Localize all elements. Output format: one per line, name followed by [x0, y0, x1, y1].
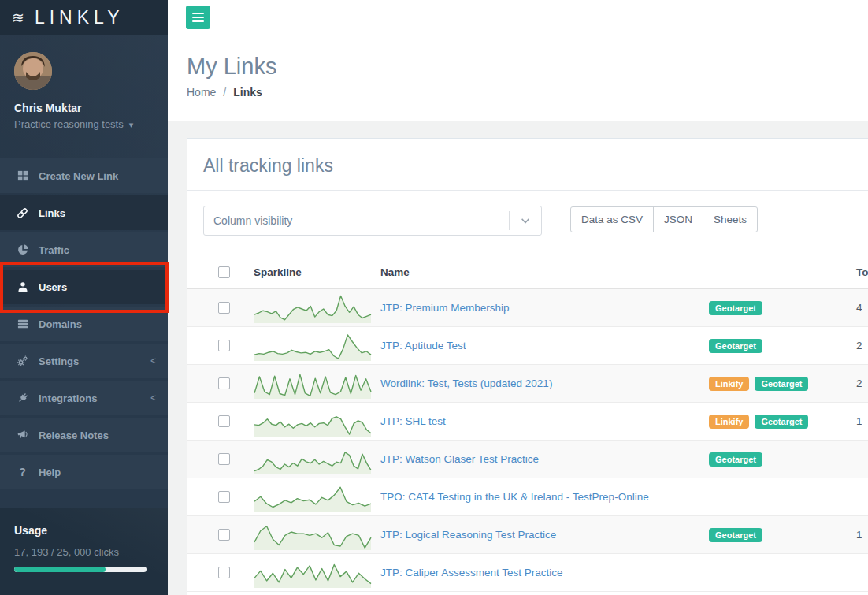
badge-geotarget: Geotarget	[755, 415, 808, 429]
row-checkbox[interactable]	[218, 491, 230, 503]
sidebar-item-label: Links	[39, 207, 65, 219]
hamburger-menu-button[interactable]	[186, 6, 210, 29]
row-checkbox[interactable]	[218, 340, 230, 351]
column-visibility-select[interactable]: Column visibility	[203, 206, 542, 236]
link-name[interactable]: Wordlink: Test, Tests (updated 2021)	[380, 377, 552, 389]
main-content: My Links Home / Links All tracking links…	[168, 0, 868, 595]
select-all-checkbox[interactable]	[218, 266, 230, 278]
table-body: JTP: Premium MembershipGeotarget4JTP: Ap…	[187, 289, 868, 592]
link-name[interactable]: TPO: CAT4 Testing in the UK & Ireland - …	[380, 491, 649, 503]
caret-down-icon: ▾	[127, 120, 134, 129]
panel-title: All tracking links	[203, 139, 852, 177]
chevron-left-icon: <	[150, 392, 156, 403]
breadcrumb: Home / Links	[187, 86, 868, 99]
sparkline-chart	[254, 482, 372, 513]
chevron-left-icon: <	[150, 355, 156, 366]
today-count: 4	[855, 302, 868, 314]
profile-section: Chris Muktar Practice reasoning tests ▾	[0, 35, 168, 130]
page-gutter	[168, 121, 868, 138]
badge-geotarget: Geotarget	[709, 452, 762, 467]
link-name[interactable]: JTP: Logical Reasoning Test Practice	[380, 529, 556, 541]
export-button-sheets[interactable]: Sheets	[703, 206, 758, 232]
row-checkbox[interactable]	[218, 529, 230, 541]
server-icon	[16, 318, 29, 329]
sidebar-item-traffic[interactable]: Traffic	[0, 232, 168, 267]
row-checkbox[interactable]	[218, 377, 230, 389]
link-name[interactable]: JTP: SHL test	[380, 415, 446, 427]
column-header-sparkline: Sparkline	[254, 256, 372, 288]
question-icon: ?	[16, 467, 29, 478]
grid-icon	[16, 170, 29, 181]
breadcrumb-home-link[interactable]: Home	[187, 86, 216, 99]
breadcrumb-separator: /	[223, 86, 226, 99]
breadcrumb-current: Links	[233, 86, 262, 99]
sidebar-item-settings[interactable]: Settings<	[0, 344, 168, 378]
sidebar-item-help[interactable]: ?Help	[0, 455, 168, 489]
sidebar-item-release-notes[interactable]: Release Notes	[0, 418, 168, 452]
links-table: SparklineNameToday JTP: Premium Membersh…	[187, 255, 868, 592]
usage-progress-fill	[14, 567, 106, 572]
table-row: TPO: CAT4 Testing in the UK & Ireland - …	[187, 478, 868, 516]
export-button-group: Data as CSVJSONSheets	[570, 206, 758, 232]
row-checkbox[interactable]	[218, 302, 230, 314]
sidebar-item-label: Help	[39, 467, 61, 478]
sidebar-item-integrations[interactable]: Integrations<	[0, 381, 168, 415]
logo-bar[interactable]: ≋ LINKLY	[0, 0, 168, 35]
sidebar-item-label: Release Notes	[39, 430, 109, 441]
table-row: JTP: SHL testLinkifyGeotarget1	[187, 403, 868, 441]
sidebar: ≋ LINKLY Chris Muktar Practice reasoning…	[0, 0, 168, 595]
link-name[interactable]: JTP: Watson Glaser Test Practice	[380, 453, 539, 465]
usage-section: Usage 17, 193 / 25, 000 clicks	[0, 508, 168, 595]
sidebar-item-links[interactable]: Links	[0, 195, 168, 230]
table-header-row: SparklineNameToday	[187, 255, 868, 289]
tracking-links-panel: All tracking links Column visibility Dat…	[187, 138, 868, 595]
badge-geotarget: Geotarget	[709, 528, 762, 542]
sparkline-chart	[254, 406, 372, 437]
account-dropdown[interactable]: Practice reasoning tests ▾	[14, 118, 154, 130]
badge-linkify: Linkify	[709, 415, 749, 429]
pie-chart-icon	[16, 244, 29, 255]
row-checkbox[interactable]	[218, 453, 230, 465]
sparkline-chart	[254, 330, 372, 362]
usage-stats: 17, 193 / 25, 000 clicks	[14, 546, 154, 558]
link-icon	[16, 207, 29, 219]
user-icon	[16, 281, 29, 292]
usage-title: Usage	[14, 524, 154, 537]
page-header: My Links Home / Links	[168, 43, 868, 121]
table-controls: Column visibility Data as CSVJSONSheets	[203, 206, 852, 236]
table-row: JTP: Caliper Assessment Test Practice	[187, 554, 868, 592]
today-count: 1	[855, 415, 868, 427]
link-name[interactable]: JTP: Caliper Assessment Test Practice	[380, 567, 563, 578]
waves-icon: ≋	[12, 9, 24, 27]
chevron-down-icon	[510, 215, 541, 226]
link-name[interactable]: JTP: Aptitude Test	[380, 340, 466, 351]
table-row: JTP: Logical Reasoning Test PracticeGeot…	[187, 516, 868, 554]
sidebar-item-users[interactable]: Users	[0, 270, 168, 304]
badge-geotarget: Geotarget	[755, 377, 808, 391]
usage-progressbar	[14, 567, 147, 572]
sparkline-chart	[254, 444, 372, 475]
today-count: 1	[855, 529, 868, 541]
export-button-data-as-csv[interactable]: Data as CSV	[570, 206, 654, 232]
panel-divider	[187, 190, 868, 191]
link-name[interactable]: JTP: Premium Membership	[380, 302, 510, 314]
megaphone-icon	[16, 430, 29, 441]
sidebar-item-create-new-link[interactable]: Create New Link	[0, 158, 168, 193]
sidebar-item-label: Create New Link	[39, 170, 118, 182]
sparkline-chart	[254, 368, 372, 400]
page-title: My Links	[187, 54, 868, 80]
sparkline-chart	[254, 292, 372, 324]
sidebar-item-label: Settings	[39, 355, 79, 367]
sidebar-item-domains[interactable]: Domains	[0, 307, 168, 341]
profile-name: Chris Muktar	[14, 102, 154, 114]
app-logo-text: LINKLY	[35, 7, 124, 28]
sidebar-item-label: Domains	[39, 318, 82, 330]
row-checkbox[interactable]	[218, 567, 230, 578]
badge-geotarget: Geotarget	[709, 339, 762, 353]
column-visibility-label: Column visibility	[213, 214, 292, 227]
today-count: 2	[855, 377, 868, 389]
column-header-name: Name	[380, 266, 709, 278]
row-checkbox[interactable]	[218, 415, 230, 427]
sidebar-item-label: Users	[39, 281, 67, 293]
export-button-json[interactable]: JSON	[653, 206, 703, 232]
